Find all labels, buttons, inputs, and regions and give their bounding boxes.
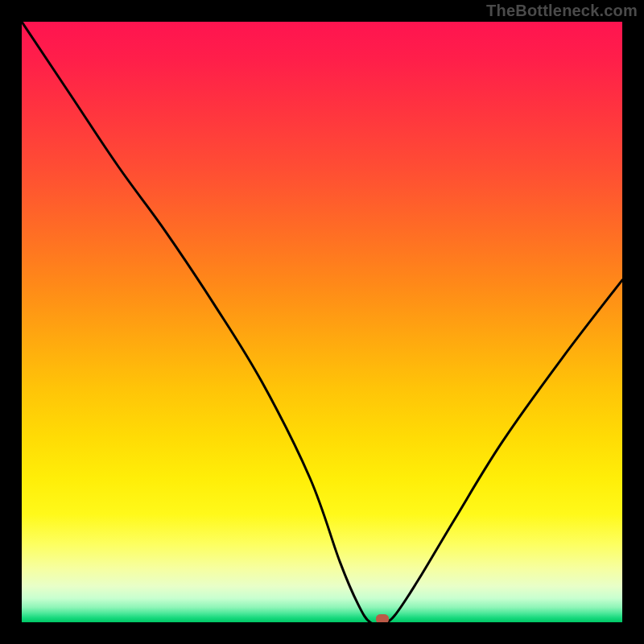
bottleneck-curve xyxy=(22,22,622,622)
watermark-text: TheBottleneck.com xyxy=(486,2,638,20)
optimum-marker xyxy=(376,614,389,622)
plot-area xyxy=(22,22,622,622)
chart-frame: TheBottleneck.com xyxy=(0,0,644,644)
